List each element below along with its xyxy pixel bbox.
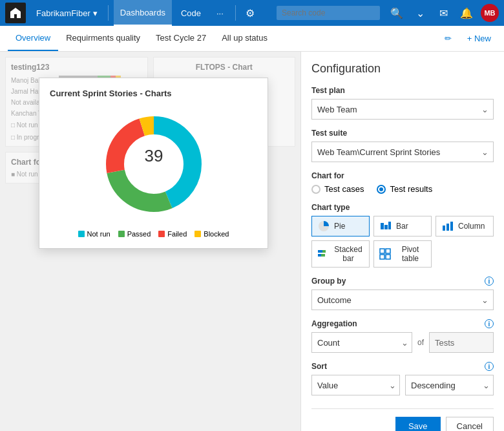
aggregation-tests-input xyxy=(429,332,494,353)
top-navigation: FabrikamFiber ▾ Dashboards Code ··· ⚙ 🔍 … xyxy=(0,0,504,26)
svg-rect-8 xyxy=(443,226,445,231)
chart-for-label: Chart for xyxy=(311,171,494,180)
chart-for-radio-group: Test cases Test results xyxy=(311,184,494,194)
bell-icon[interactable]: 🔔 xyxy=(457,4,476,22)
action-buttons: Save Cancel xyxy=(311,408,494,431)
bar-chart-icon xyxy=(379,220,392,232)
test-plan-select-wrapper: Web Team xyxy=(311,99,494,120)
config-title: Configuration xyxy=(311,62,494,76)
sort-direction-select-wrapper: Descending xyxy=(405,375,494,395)
group-by-select[interactable]: Outcome xyxy=(311,289,494,310)
svg-rect-18 xyxy=(386,255,390,259)
dashboard-area: testing123 Manoj Bable... Jamal Hartn... xyxy=(0,52,300,431)
donut-chart: 39 xyxy=(50,106,257,222)
svg-rect-10 xyxy=(450,222,453,231)
sort-direction-select[interactable]: Descending xyxy=(405,375,494,395)
tab-overview[interactable]: Overview xyxy=(8,26,58,51)
test-suite-label: Test suite xyxy=(311,129,494,138)
aggregation-info-icon: i xyxy=(485,319,494,328)
chart-legend: Not run Passed Failed Blocked xyxy=(50,230,257,238)
chevron-down-icon: ▾ xyxy=(93,8,98,18)
stacked-bar-icon xyxy=(317,248,329,260)
aggregation-row: Count of xyxy=(311,332,494,353)
search-input[interactable] xyxy=(277,6,380,20)
aggregation-select[interactable]: Count xyxy=(311,332,412,353)
expand-icon[interactable]: ⌄ xyxy=(411,4,429,22)
svg-rect-11 xyxy=(318,250,322,253)
legend-color-not-run xyxy=(78,231,85,237)
group-by-label: Group by i xyxy=(311,277,494,286)
mail-icon[interactable]: ✉ xyxy=(434,4,452,22)
sort-value-select[interactable]: Value xyxy=(311,375,400,395)
aggregation-select-wrapper: Count xyxy=(311,332,412,353)
tab-test-cycle[interactable]: Test Cycle 27 xyxy=(148,26,214,51)
test-suite-select-wrapper: Web Team\Current Sprint Stories xyxy=(311,142,494,162)
radio-test-cases[interactable]: Test cases xyxy=(311,184,364,194)
radio-circle-test-cases xyxy=(311,185,320,194)
sub-navigation: Overview Requirments quality Test Cycle … xyxy=(0,26,504,52)
legend-item-failed: Failed xyxy=(158,230,187,238)
group-by-info-icon: i xyxy=(485,277,494,286)
nav-tab-code[interactable]: Code xyxy=(174,0,207,26)
svg-rect-9 xyxy=(446,224,449,231)
svg-rect-16 xyxy=(386,249,390,253)
svg-rect-6 xyxy=(384,225,388,229)
tab-requirements-quality[interactable]: Requirments quality xyxy=(58,26,148,51)
group-by-select-wrapper: Outcome xyxy=(311,289,494,310)
chart-type-column-button[interactable]: Column xyxy=(436,216,494,237)
nav-divider xyxy=(108,5,109,21)
pie-chart-title: Current Sprint Stories - Charts xyxy=(50,89,257,98)
column-chart-icon xyxy=(441,220,454,232)
project-selector[interactable]: FabrikamFiber ▾ xyxy=(31,6,103,21)
radio-test-results[interactable]: Test results xyxy=(377,184,432,194)
chart-type-stacked-bar-button[interactable]: Stacked bar xyxy=(311,240,370,268)
chart-type-bar-button[interactable]: Bar xyxy=(373,216,432,237)
settings-icon[interactable]: ⚙ xyxy=(241,4,259,22)
pie-chart-overlay: Current Sprint Stories - Charts 39 xyxy=(39,78,268,249)
svg-rect-12 xyxy=(322,250,326,253)
sort-value-select-wrapper: Value xyxy=(311,375,400,395)
donut-svg: 39 xyxy=(96,106,212,222)
svg-rect-17 xyxy=(380,255,384,259)
pie-chart-icon xyxy=(317,220,330,232)
test-plan-select[interactable]: Web Team xyxy=(311,99,494,120)
tab-all-up-status[interactable]: All up status xyxy=(214,26,275,51)
nav-tab-more[interactable]: ··· xyxy=(210,0,230,26)
radio-circle-test-results xyxy=(377,185,386,194)
save-button[interactable]: Save xyxy=(395,417,441,431)
sort-row: Value Descending xyxy=(311,375,494,395)
chart-type-pivot-button[interactable]: Pivot table xyxy=(373,240,432,268)
subnav-actions: ✏ + New xyxy=(439,26,496,51)
edit-button[interactable]: ✏ xyxy=(439,34,457,43)
chart-type-pie-button[interactable]: Pie xyxy=(311,216,370,237)
nav-tab-dashboards[interactable]: Dashboards xyxy=(114,0,172,26)
chart-widget-title: testing123 xyxy=(11,63,142,72)
nav-icon-group: 🔍 ⌄ ✉ 🔔 MB xyxy=(388,4,499,22)
svg-rect-13 xyxy=(318,254,321,257)
test-suite-select[interactable]: Web Team\Current Sprint Stories xyxy=(311,142,494,162)
configuration-panel: Configuration Test plan Web Team Test su… xyxy=(300,52,504,431)
chart-type-label: Chart type xyxy=(311,203,494,212)
legend-color-failed xyxy=(158,231,165,237)
svg-text:39: 39 xyxy=(144,146,163,165)
nav-divider2 xyxy=(235,5,236,21)
app-logo[interactable] xyxy=(5,3,26,23)
cancel-button[interactable]: Cancel xyxy=(446,417,494,431)
test-plan-label: Test plan xyxy=(311,86,494,95)
sort-label: Sort i xyxy=(311,362,494,371)
svg-rect-7 xyxy=(388,222,391,229)
legend-item-passed: Passed xyxy=(118,230,151,238)
legend-color-passed xyxy=(118,231,125,237)
legend-item-not-run: Not run xyxy=(78,230,110,238)
search-icon[interactable]: 🔍 xyxy=(388,4,406,22)
pivot-table-icon xyxy=(379,248,391,260)
legend-item-blocked: Blocked xyxy=(194,230,229,238)
sort-info-icon: i xyxy=(485,362,494,371)
new-button[interactable]: + New xyxy=(462,34,496,43)
chart-widget-title: FLTOPS - Chart xyxy=(159,63,290,72)
legend-color-blocked xyxy=(194,231,201,237)
chart-type-grid: Pie Bar xyxy=(311,216,494,268)
svg-rect-5 xyxy=(381,223,384,229)
main-content: testing123 Manoj Bable... Jamal Hartn... xyxy=(0,52,504,431)
user-avatar[interactable]: MB xyxy=(481,4,499,22)
